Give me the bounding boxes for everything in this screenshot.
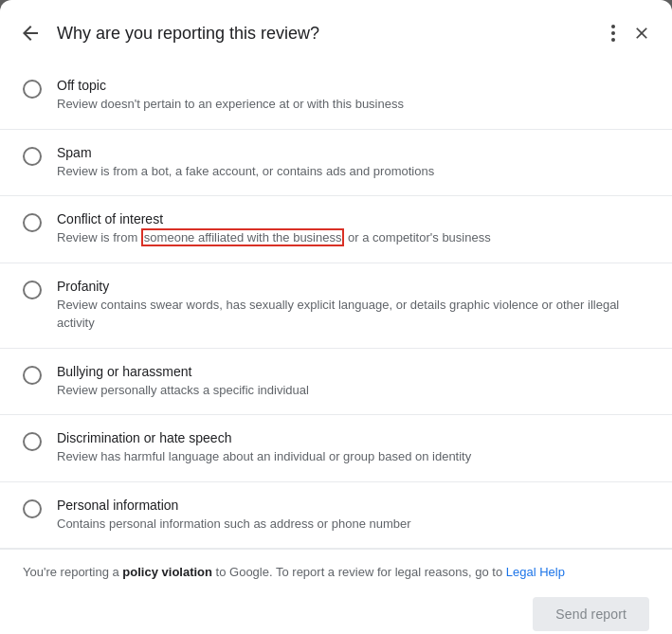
option-text-personal-info: Personal information Contains personal i… [57,498,649,534]
option-text-conflict: Conflict of interest Review is from some… [57,211,649,247]
option-title-conflict: Conflict of interest [57,211,649,226]
option-off-topic[interactable]: Off topic Review doesn't pertain to an e… [0,63,672,130]
option-text-bullying: Bullying or harassment Review personally… [57,364,649,400]
option-title-discrimination: Discrimination or hate speech [57,430,649,445]
close-button[interactable] [627,18,657,48]
close-icon [632,24,651,43]
option-desc-off-topic: Review doesn't pertain to an experience … [57,95,649,114]
option-conflict[interactable]: Conflict of interest Review is from some… [0,196,672,263]
option-text-discrimination: Discrimination or hate speech Review has… [57,430,649,466]
radio-spam [23,147,42,166]
option-desc-spam: Review is from a bot, a fake account, or… [57,162,649,181]
header-actions [604,15,657,51]
option-desc-bullying: Review personally attacks a specific ind… [57,381,649,400]
desc-highlight: someone affiliated with the business [141,228,345,246]
option-desc-conflict: Review is from someone affiliated with t… [57,228,649,247]
footer-text-middle: to Google. To report a review for legal … [212,565,506,579]
footer-text-bold: policy violation [122,565,212,579]
footer-actions: Send report [23,597,649,631]
footer-text: You're reporting a policy violation to G… [23,563,649,582]
option-personal-info[interactable]: Personal information Contains personal i… [0,482,672,550]
option-title-profanity: Profanity [57,279,649,294]
option-bullying[interactable]: Bullying or harassment Review personally… [0,349,672,416]
radio-personal-info [23,499,42,518]
report-dialog: Why are you reporting this review? [0,0,672,634]
radio-bullying [23,366,42,385]
back-icon [19,22,42,45]
legal-help-link[interactable]: Legal Help [506,565,565,579]
dialog-footer: You're reporting a policy violation to G… [0,549,672,634]
radio-off-topic [23,80,42,99]
option-discrimination[interactable]: Discrimination or hate speech Review has… [0,415,672,482]
option-desc-profanity: Review contains swear words, has sexuall… [57,296,649,333]
radio-profanity [23,281,42,299]
option-profanity[interactable]: Profanity Review contains swear words, h… [0,263,672,349]
back-button[interactable] [15,18,45,48]
option-spam[interactable]: Spam Review is from a bot, a fake accoun… [0,130,672,197]
option-text-spam: Spam Review is from a bot, a fake accoun… [57,145,649,181]
desc-after: or a competitor's business [344,230,490,245]
option-text-off-topic: Off topic Review doesn't pertain to an e… [57,78,649,114]
footer-text-before: You're reporting a [23,565,122,579]
option-text-profanity: Profanity Review contains swear words, h… [57,279,649,333]
radio-conflict [23,213,42,232]
option-title-bullying: Bullying or harassment [57,364,649,379]
option-title-spam: Spam [57,145,649,160]
option-desc-discrimination: Review has harmful language about an ind… [57,447,649,466]
desc-before: Review is from [57,230,141,245]
more-options-button[interactable] [604,15,623,51]
options-list: Off topic Review doesn't pertain to an e… [0,63,672,549]
radio-discrimination [23,432,42,451]
dialog-header: Why are you reporting this review? [0,0,672,63]
dialog-title: Why are you reporting this review? [57,24,592,44]
option-title-off-topic: Off topic [57,78,649,93]
more-options-icon [609,21,617,45]
option-desc-personal-info: Contains personal information such as ad… [57,515,649,534]
option-title-personal-info: Personal information [57,498,649,513]
send-report-button[interactable]: Send report [533,597,649,631]
